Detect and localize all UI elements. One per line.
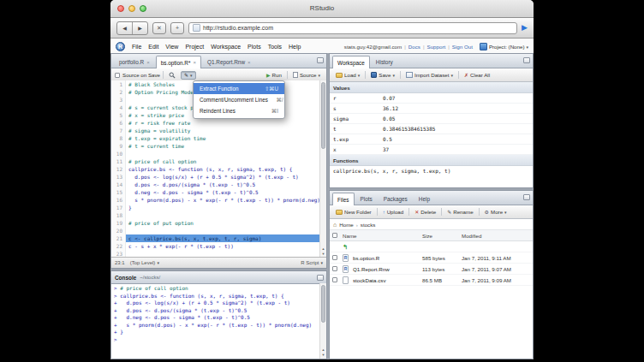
- menu-help[interactable]: Help: [285, 44, 304, 50]
- chevron-down-icon: ▾: [451, 73, 454, 78]
- column-modified[interactable]: Modified: [462, 233, 530, 239]
- code-text: c <- callprice.bs(s, x, t.exp, t, r, sig…: [126, 234, 320, 242]
- scope-selector[interactable]: (Top Level) ▾: [130, 260, 159, 265]
- url-field[interactable]: http://rstudio.example.com: [188, 22, 517, 34]
- scrollbar-thumb[interactable]: [321, 82, 325, 149]
- tab-packages[interactable]: Packages: [379, 193, 413, 205]
- close-window-button[interactable]: [117, 5, 124, 12]
- files-toolbar: New Folder ↑ Upload ✕ Delete ✎: [330, 205, 533, 219]
- close-tab-icon[interactable]: ×: [247, 60, 251, 65]
- menu-workspace[interactable]: Workspace: [207, 44, 244, 50]
- back-button[interactable]: ◀: [117, 22, 132, 34]
- find-replace-button[interactable]: [166, 71, 178, 80]
- values-section-header: Values: [330, 82, 533, 93]
- menu-view[interactable]: View: [162, 44, 182, 50]
- file-row[interactable]: RQ1.Report.Rnw113 bytesJan 7, 2011, 9:07…: [330, 264, 533, 275]
- go-button[interactable]: ▶: [522, 24, 528, 32]
- breadcrumb-dir[interactable]: stocks: [361, 222, 376, 228]
- new-tab-button[interactable]: +: [170, 22, 184, 34]
- menu-file[interactable]: File: [128, 44, 145, 50]
- console-pane: Console ~/stocks/ > # price of call opti…: [110, 270, 327, 359]
- code-tools-button[interactable]: ✎ ▾: [181, 71, 196, 80]
- console-scrollbar[interactable]: ▲ ▼: [319, 283, 326, 359]
- scrollbar-thumb[interactable]: [321, 285, 325, 323]
- new-tab-icon: +: [176, 25, 179, 31]
- source-tab-portfolior[interactable]: portfolio.R×: [114, 56, 155, 68]
- sign-out-link[interactable]: Sign Out: [452, 44, 473, 50]
- scroll-down-icon[interactable]: ▼: [320, 353, 326, 358]
- source-tab-q1reportrnw[interactable]: Q1.Report.Rnw×: [202, 56, 256, 68]
- minimize-window-button[interactable]: [128, 5, 135, 12]
- value-row: x37: [330, 145, 533, 155]
- menu-project[interactable]: Project: [182, 44, 207, 50]
- tab-history[interactable]: History: [371, 56, 398, 68]
- source-on-save-checkbox[interactable]: [115, 73, 120, 78]
- file-checkbox[interactable]: [332, 255, 337, 260]
- tab-files[interactable]: Files: [332, 193, 355, 205]
- tab-help[interactable]: Help: [414, 193, 435, 205]
- file-name[interactable]: bs.option.R: [353, 255, 422, 261]
- file-checkbox[interactable]: [332, 277, 337, 282]
- tab-plots[interactable]: Plots: [355, 193, 378, 205]
- column-size[interactable]: Size: [422, 233, 462, 239]
- file-name[interactable]: Q1.Report.Rnw: [353, 266, 422, 272]
- run-button[interactable]: ▶ Run: [264, 71, 284, 79]
- column-name[interactable]: Name: [343, 233, 422, 239]
- save-workspace-button[interactable]: Save ▾: [368, 71, 397, 79]
- line-number: 5: [111, 111, 126, 119]
- close-tab-icon[interactable]: ×: [146, 60, 150, 65]
- file-row[interactable]: stockData.csv86.5 MBJan 7, 2011, 9:09 AM: [330, 275, 533, 286]
- traffic-lights: [117, 5, 146, 12]
- function-row[interactable]: callprice.bs(s, x, r, sigma, t.exp, t): [330, 166, 533, 175]
- menu-item-comment-uncomment-lines[interactable]: Comment/Uncomment Lines⌘/: [194, 94, 284, 105]
- menu-item-extract-function[interactable]: Extract Function⇧⌘U: [194, 83, 284, 94]
- project-selector[interactable]: Project: (None) ▾: [480, 43, 528, 50]
- file-size: 585 bytes: [422, 255, 462, 261]
- menu-tools[interactable]: Tools: [265, 44, 285, 50]
- nav-button-group: ◀ ▶: [116, 21, 148, 35]
- support-link[interactable]: Support: [427, 44, 446, 50]
- parent-directory-row[interactable]: ↰: [330, 241, 533, 252]
- editor-scrollbar[interactable]: ▲ ▼: [319, 80, 326, 258]
- maximize-pane-icon[interactable]: [523, 57, 530, 63]
- upload-button[interactable]: ↑ Upload: [380, 208, 407, 216]
- console-working-dir[interactable]: ~/stocks/: [140, 275, 160, 280]
- divider: [287, 71, 288, 79]
- more-button[interactable]: ⚙ More ▾: [482, 208, 510, 216]
- files-table: Rbs.option.R585 bytesJan 7, 2011, 9:11 A…: [330, 252, 533, 286]
- docs-link[interactable]: Docs: [408, 44, 420, 50]
- forward-button[interactable]: ▶: [132, 22, 147, 34]
- rename-button[interactable]: ✎ Rename: [444, 208, 475, 216]
- select-all-checkbox[interactable]: [332, 233, 337, 238]
- source-button[interactable]: Source ▾: [290, 71, 323, 79]
- stop-button[interactable]: ✕: [152, 22, 166, 34]
- close-tab-icon[interactable]: ×: [193, 60, 196, 65]
- console-body[interactable]: > # price of call option> callprice.bs <…: [111, 283, 320, 359]
- new-folder-button[interactable]: New Folder: [333, 208, 374, 216]
- file-name[interactable]: stockData.csv: [353, 277, 422, 283]
- file-checkbox[interactable]: [332, 266, 337, 271]
- account-email[interactable]: stats.guy.42@gmail.com: [344, 44, 402, 50]
- delete-button[interactable]: ✕ Delete: [412, 208, 438, 216]
- maximize-pane-icon[interactable]: [317, 275, 324, 281]
- source-tab-bsoptionr[interactable]: bs.option.R*×: [156, 56, 201, 68]
- run-icon: ▶: [266, 73, 271, 78]
- breadcrumb-home[interactable]: Home: [339, 222, 354, 228]
- values-table: r0.07s36.12sigma0.05t0.384615384615385t.…: [330, 93, 533, 155]
- clear-all-button[interactable]: ✗ Clear All: [462, 71, 492, 79]
- maximize-pane-icon[interactable]: [523, 194, 530, 200]
- files-tab-bar: FilesPlotsPackagesHelp: [330, 191, 533, 205]
- load-workspace-button[interactable]: Load ▾: [333, 71, 362, 79]
- menu-item-reindent-lines[interactable]: Reindent Lines⌘I: [194, 105, 284, 116]
- line-number: 13: [111, 173, 126, 181]
- tab-workspace[interactable]: Workspace: [332, 56, 370, 68]
- files-header-row: Name Size Modified: [330, 230, 533, 241]
- doc-type-selector[interactable]: R Script ▾: [301, 260, 323, 265]
- code-tools-dropdown-menu: Extract Function⇧⌘UComment/Uncomment Lin…: [193, 80, 285, 119]
- zoom-window-button[interactable]: [140, 5, 146, 12]
- import-dataset-button[interactable]: Import Dataset ▾: [403, 71, 456, 79]
- file-row[interactable]: Rbs.option.R585 bytesJan 7, 2011, 9:11 A…: [330, 252, 533, 264]
- menu-plots[interactable]: Plots: [244, 44, 265, 50]
- menu-edit[interactable]: Edit: [145, 44, 162, 50]
- maximize-pane-icon[interactable]: [317, 57, 324, 63]
